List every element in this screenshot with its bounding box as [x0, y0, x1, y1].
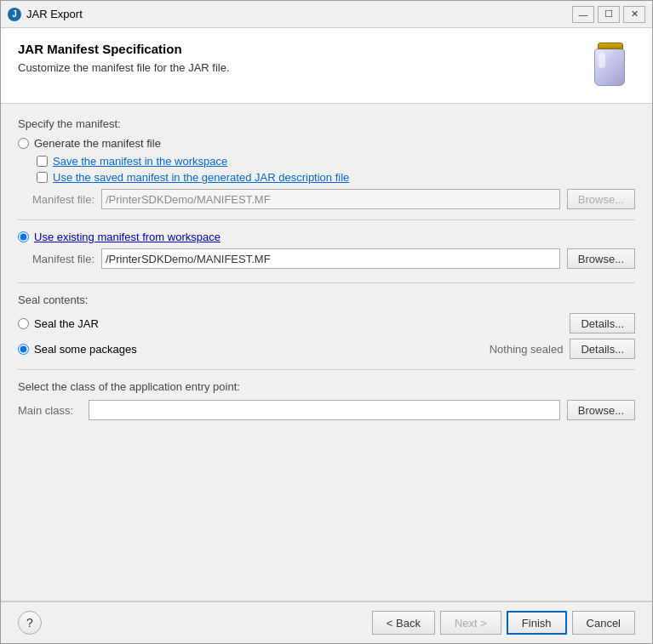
use-saved-checkbox-row: Use the saved manifest in the generated … [37, 171, 635, 184]
jar-body [594, 48, 625, 86]
jar-graphic [594, 48, 625, 86]
jar-export-icon: J [8, 8, 21, 21]
title-bar-left: J JAR Export [8, 8, 83, 21]
back-button[interactable]: < Back [372, 611, 435, 635]
seal-some-row: Seal some packages Nothing sealed Detail… [18, 339, 635, 359]
browse-button-main-class[interactable]: Browse... [567, 400, 635, 420]
manifest-file-input[interactable] [101, 248, 560, 269]
seal-contents-label: Seal contents: [18, 294, 635, 306]
dialog-title: JAR Manifest Specification [18, 42, 230, 56]
manifest-file-label-disabled: Manifest file: [18, 193, 95, 206]
nothing-sealed-text: Nothing sealed [490, 343, 564, 356]
generate-manifest-options: Save the manifest in the workspace Use t… [37, 155, 635, 184]
main-class-row: Main class: Browse... [18, 400, 635, 420]
seal-jar-details-button[interactable]: Details... [570, 313, 635, 333]
browse-button-manifest[interactable]: Browse... [567, 248, 635, 269]
seal-some-left: Seal some packages [18, 343, 137, 356]
seal-some-label[interactable]: Seal some packages [34, 343, 137, 356]
manifest-file-input-disabled [101, 189, 560, 209]
help-button[interactable]: ? [18, 611, 42, 635]
manifest-file-row-disabled: Manifest file: Browse... [18, 189, 635, 209]
title-bar-controls: — ☐ ✕ [572, 6, 645, 23]
maximize-button[interactable]: ☐ [598, 6, 620, 23]
save-manifest-checkbox-row: Save the manifest in the workspace [37, 155, 635, 168]
seal-contents-section: Seal contents: Seal the JAR Details... S… [18, 294, 635, 359]
seal-some-radio[interactable] [18, 344, 29, 355]
next-button[interactable]: Next > [440, 611, 501, 635]
save-manifest-checkbox[interactable] [37, 156, 48, 167]
generate-manifest-radio-row: Generate the manifest file [18, 137, 635, 150]
manifest-file-row-enabled: Manifest file: Browse... [18, 248, 635, 269]
title-bar: J JAR Export — ☐ ✕ [1, 1, 652, 28]
main-class-input[interactable] [89, 400, 560, 420]
seal-some-right: Nothing sealed Details... [490, 339, 635, 359]
jar-highlight [599, 53, 605, 68]
jar-export-dialog: J JAR Export — ☐ ✕ JAR Manifest Specific… [0, 0, 653, 644]
entry-point-label: Select the class of the application entr… [18, 380, 635, 393]
use-saved-manifest-checkbox[interactable] [37, 172, 48, 183]
divider-1 [18, 219, 635, 220]
use-existing-manifest-label[interactable]: Use existing manifest from workspace [34, 231, 221, 243]
seal-some-details-button[interactable]: Details... [570, 339, 635, 359]
seal-jar-radio[interactable] [18, 318, 29, 329]
generate-manifest-radio[interactable] [18, 138, 29, 149]
jar-lid [598, 43, 623, 49]
header-text: JAR Manifest Specification Customize the… [18, 42, 230, 74]
use-saved-manifest-label[interactable]: Use the saved manifest in the generated … [53, 171, 349, 184]
dialog-subtitle: Customize the manifest file for the JAR … [18, 61, 230, 74]
dialog-footer: ? < Back Next > Finish Cancel [1, 601, 652, 643]
use-existing-radio-row: Use existing manifest from workspace [18, 231, 635, 243]
manifest-file-label: Manifest file: [18, 253, 95, 265]
save-manifest-label[interactable]: Save the manifest in the workspace [53, 155, 227, 168]
jar-icon-container [584, 42, 635, 93]
entry-point-section: Select the class of the application entr… [18, 380, 635, 420]
seal-jar-label[interactable]: Seal the JAR [34, 317, 99, 330]
footer-left: ? [18, 611, 42, 635]
use-existing-manifest-radio[interactable] [18, 231, 29, 242]
divider-3 [18, 369, 635, 370]
close-button[interactable]: ✕ [623, 6, 645, 23]
dialog-header: JAR Manifest Specification Customize the… [1, 28, 652, 104]
seal-jar-row: Seal the JAR Details... [18, 313, 635, 333]
manifest-section-label: Specify the manifest: [18, 117, 635, 130]
window-title: JAR Export [26, 8, 83, 20]
seal-jar-right: Details... [570, 313, 635, 333]
dialog-body: Specify the manifest: Generate the manif… [1, 104, 652, 601]
cancel-button[interactable]: Cancel [572, 611, 635, 635]
divider-2 [18, 282, 635, 283]
minimize-button[interactable]: — [572, 6, 594, 23]
manifest-section: Specify the manifest: Generate the manif… [18, 117, 635, 269]
finish-button[interactable]: Finish [507, 611, 567, 635]
generate-manifest-label[interactable]: Generate the manifest file [34, 137, 161, 150]
main-class-label: Main class: [18, 404, 82, 417]
seal-jar-left: Seal the JAR [18, 317, 99, 330]
footer-right: < Back Next > Finish Cancel [372, 611, 635, 635]
browse-button-disabled: Browse... [567, 189, 635, 209]
